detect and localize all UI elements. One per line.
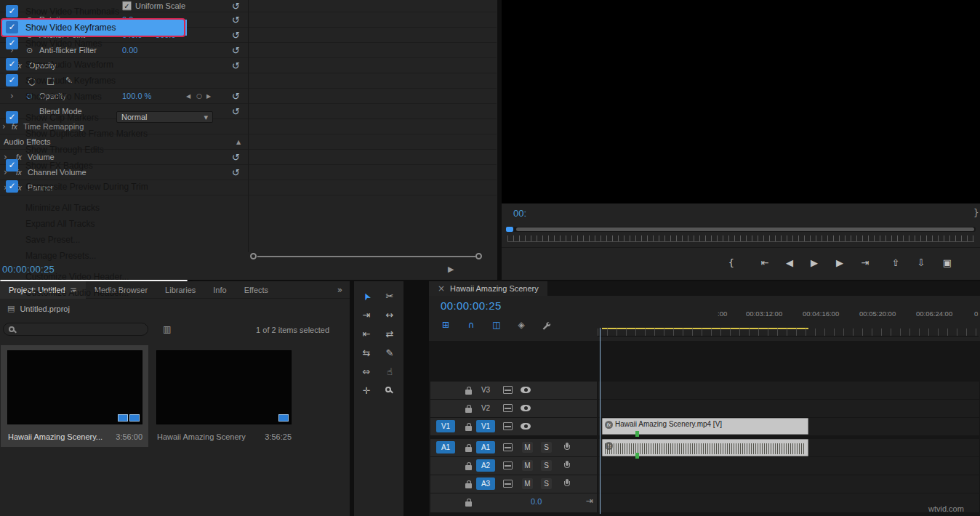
- hand-tool[interactable]: ☝: [380, 364, 399, 380]
- track-lane-a3[interactable]: [598, 475, 979, 493]
- track-target-v2[interactable]: V2: [476, 402, 495, 414]
- clip-name[interactable]: Hawaii Amazing Scenery: [157, 432, 246, 441]
- mute-button[interactable]: M: [522, 442, 533, 453]
- lock-icon[interactable]: [465, 460, 473, 472]
- menu-item-show-video-keyframes[interactable]: ✓ Show Video Keyframes: [1, 20, 187, 36]
- project-file-row[interactable]: ▤ Untitled.prproj: [7, 304, 70, 313]
- voiceover-record-icon[interactable]: [564, 443, 570, 452]
- timeline-timecode[interactable]: 00:00:00:25: [441, 299, 502, 312]
- source-patch-a1[interactable]: A1: [436, 441, 455, 453]
- track-target-v1[interactable]: V1: [476, 420, 495, 432]
- menu-item-show-duplicate-frame-markers[interactable]: Show Duplicate Frame Markers: [1, 126, 187, 142]
- lift-button[interactable]: ⇧: [885, 254, 906, 273]
- solo-button[interactable]: S: [541, 478, 552, 489]
- program-mini-ruler[interactable]: [507, 235, 974, 242]
- rolling-edit-tool[interactable]: ⇄: [380, 326, 399, 342]
- play-icon[interactable]: ▶: [448, 265, 454, 274]
- tab-effects[interactable]: Effects: [236, 281, 277, 299]
- track-target-a3[interactable]: A3: [476, 477, 495, 490]
- clip-name[interactable]: Hawaii Amazing Scenery...: [8, 432, 103, 441]
- track-lane-v3[interactable]: [598, 382, 979, 399]
- rate-stretch-tool[interactable]: ↔: [380, 307, 399, 323]
- razor-tool[interactable]: ✂: [380, 289, 399, 305]
- export-frame-button[interactable]: ▣: [937, 254, 957, 273]
- pen-tool[interactable]: ✎: [380, 345, 399, 361]
- master-level-value[interactable]: 0.0: [531, 497, 542, 506]
- sync-lock-icon[interactable]: [503, 404, 513, 412]
- playhead[interactable]: [600, 328, 601, 514]
- menu-item-show-audio-names[interactable]: Show Audio Names: [1, 89, 187, 105]
- track-lane-v2[interactable]: [598, 400, 979, 417]
- go-to-in-button[interactable]: ⇤: [755, 254, 775, 273]
- track-target-v3[interactable]: V3: [476, 384, 495, 396]
- add-marker-icon[interactable]: ◈: [513, 318, 529, 331]
- reset-icon[interactable]: ↺: [232, 45, 240, 56]
- timeline-tab[interactable]: × Hawaii Amazing Scenery: [429, 281, 547, 296]
- reset-icon[interactable]: ↺: [232, 91, 240, 102]
- step-back-button[interactable]: ◀: [779, 254, 800, 273]
- voiceover-record-icon[interactable]: [564, 461, 570, 470]
- reset-icon[interactable]: ↺: [232, 15, 240, 25]
- close-icon[interactable]: ×: [438, 283, 445, 294]
- lock-icon[interactable]: [465, 496, 473, 508]
- menu-item-composite-preview-during-trim[interactable]: ✓ Composite Preview During Trim: [1, 179, 187, 195]
- clip-thumbnail[interactable]: [7, 350, 142, 424]
- slide-tool[interactable]: ⇔: [357, 364, 376, 380]
- clip-thumbnail[interactable]: [156, 350, 292, 424]
- tab-info[interactable]: Info: [204, 281, 235, 299]
- lock-icon[interactable]: [465, 478, 473, 490]
- project-item-1[interactable]: Hawaii Amazing Scenery... 3:56:00: [1, 345, 148, 447]
- menu-item-show-video-names[interactable]: ✓ Show Video Names: [1, 36, 187, 52]
- reset-icon[interactable]: ↺: [232, 60, 240, 71]
- menu-item-show-through-edits[interactable]: Show Through Edits: [1, 142, 187, 158]
- menu-item-show-video-thumbnails[interactable]: ✓ Show Video Thumbnails: [1, 4, 187, 20]
- program-timecode[interactable]: 00:: [513, 208, 526, 219]
- menu-item-customize-audio-header[interactable]: Customize Audio Header...: [1, 285, 187, 301]
- menu-item-save-preset[interactable]: Save Preset...: [1, 232, 187, 248]
- sync-lock-icon[interactable]: [503, 443, 513, 451]
- next-keyframe-icon[interactable]: ▶: [206, 93, 211, 100]
- timeline-display-settings-icon[interactable]: [538, 318, 554, 331]
- menu-item-expand-all-tracks[interactable]: Expand All Tracks: [1, 216, 187, 232]
- track-lane-a2[interactable]: [598, 457, 979, 475]
- video-clip[interactable]: fx Hawaii Amazing Scenery.mp4 [V]: [602, 418, 808, 435]
- reset-icon[interactable]: ↺: [232, 152, 240, 163]
- toggle-track-output-icon[interactable]: [521, 387, 532, 394]
- sync-lock-icon[interactable]: [503, 461, 513, 469]
- step-forward-button[interactable]: ▶: [830, 254, 850, 273]
- search-bin-icon[interactable]: ▥: [163, 324, 171, 334]
- lock-icon[interactable]: [465, 403, 473, 414]
- menu-item-customize-video-header[interactable]: Customize Video Header...: [1, 269, 187, 285]
- audio-clip[interactable]: fx: [602, 439, 808, 456]
- toggle-track-output-icon[interactable]: [521, 405, 532, 412]
- menu-item-minimize-all-tracks[interactable]: Minimize All Tracks: [1, 200, 187, 216]
- menu-item-show-audio-keyframes[interactable]: ✓ Show Audio Keyframes: [1, 73, 187, 89]
- zoom-handle-right[interactable]: [475, 253, 482, 259]
- track-target-a1[interactable]: A1: [476, 441, 495, 453]
- program-scrollbar[interactable]: [506, 227, 976, 232]
- menu-item-show-clip-markers[interactable]: ✓ Show Clip Markers: [1, 110, 187, 126]
- zoom-scrollbar[interactable]: [257, 256, 475, 257]
- reset-icon[interactable]: ↺: [232, 167, 240, 178]
- add-keyframe-icon[interactable]: ○: [196, 92, 202, 100]
- nest-toggle-icon[interactable]: ⊞: [438, 318, 454, 331]
- extract-button[interactable]: ⇩: [911, 254, 931, 273]
- lock-icon[interactable]: [465, 384, 473, 396]
- reset-icon[interactable]: ↺: [232, 30, 240, 41]
- selection-tool[interactable]: ➤: [357, 289, 376, 305]
- source-patch-v1[interactable]: V1: [436, 420, 455, 432]
- slip-tool[interactable]: ⇆: [357, 345, 376, 361]
- solo-button[interactable]: S: [541, 460, 552, 471]
- ripple-edit-tool[interactable]: ⇤: [357, 326, 376, 342]
- toggle-track-output-icon[interactable]: [521, 423, 532, 430]
- snap-icon[interactable]: ∩: [463, 318, 479, 331]
- timeline-ruler[interactable]: [598, 328, 979, 336]
- lock-icon[interactable]: [465, 442, 473, 453]
- sync-lock-icon[interactable]: [503, 422, 513, 430]
- linked-selection-icon[interactable]: ◫: [489, 318, 505, 331]
- fit-icon[interactable]: ⇥: [586, 496, 593, 506]
- search-input[interactable]: [3, 323, 148, 336]
- menu-item-show-fx-badges[interactable]: ✓ Show FX Badges: [1, 158, 187, 174]
- reset-icon[interactable]: ↺: [232, 106, 240, 117]
- reset-icon[interactable]: ↺: [232, 1, 240, 12]
